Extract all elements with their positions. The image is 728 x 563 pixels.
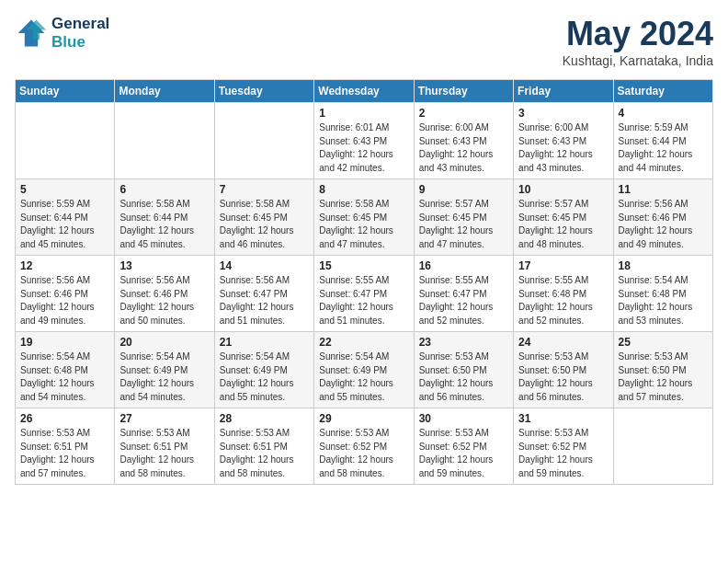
day-info: Sunrise: 5:56 AM Sunset: 6:47 PM Dayligh… — [220, 274, 309, 327]
day-info: Sunrise: 5:53 AM Sunset: 6:52 PM Dayligh… — [319, 427, 408, 480]
day-number: 20 — [119, 336, 209, 349]
logo-text: General Blue — [51, 15, 109, 52]
day-info: Sunrise: 5:58 AM Sunset: 6:45 PM Dayligh… — [220, 198, 309, 251]
day-info: Sunrise: 5:53 AM Sunset: 6:50 PM Dayligh… — [518, 350, 608, 404]
calendar-day-cell: 12Sunrise: 5:56 AM Sunset: 6:46 PM Dayli… — [16, 256, 115, 332]
calendar-day-cell: 5Sunrise: 5:59 AM Sunset: 6:44 PM Daylig… — [16, 179, 115, 256]
title-block: May 2024 Kushtagi, Karnataka, India — [563, 15, 713, 68]
calendar-day-cell — [115, 103, 214, 179]
calendar-day-cell: 24Sunrise: 5:53 AM Sunset: 6:50 PM Dayli… — [514, 332, 613, 408]
weekday-header: Tuesday — [214, 80, 313, 103]
day-number: 26 — [20, 412, 109, 425]
day-info: Sunrise: 5:54 AM Sunset: 6:49 PM Dayligh… — [319, 350, 408, 404]
calendar-day-cell: 28Sunrise: 5:53 AM Sunset: 6:51 PM Dayli… — [214, 408, 313, 485]
day-info: Sunrise: 5:58 AM Sunset: 6:44 PM Dayligh… — [119, 198, 209, 251]
day-info: Sunrise: 5:53 AM Sunset: 6:50 PM Dayligh… — [619, 350, 708, 404]
day-info: Sunrise: 5:56 AM Sunset: 6:46 PM Dayligh… — [619, 198, 708, 251]
day-info: Sunrise: 5:53 AM Sunset: 6:51 PM Dayligh… — [20, 427, 109, 480]
calendar-day-cell: 8Sunrise: 5:58 AM Sunset: 6:45 PM Daylig… — [314, 179, 414, 256]
day-number: 13 — [119, 259, 209, 272]
day-number: 7 — [220, 183, 309, 196]
calendar-day-cell: 4Sunrise: 5:59 AM Sunset: 6:44 PM Daylig… — [613, 103, 712, 179]
calendar-week-row: 19Sunrise: 5:54 AM Sunset: 6:48 PM Dayli… — [16, 332, 713, 408]
calendar-week-row: 12Sunrise: 5:56 AM Sunset: 6:46 PM Dayli… — [16, 256, 713, 332]
day-number: 27 — [119, 412, 209, 425]
day-info: Sunrise: 5:53 AM Sunset: 6:51 PM Dayligh… — [119, 427, 209, 480]
day-info: Sunrise: 5:53 AM Sunset: 6:52 PM Dayligh… — [419, 427, 508, 480]
calendar-day-cell — [16, 103, 115, 179]
svg-marker-0 — [18, 20, 45, 47]
day-number: 21 — [220, 336, 309, 349]
day-number: 28 — [220, 412, 309, 425]
calendar-day-cell: 22Sunrise: 5:54 AM Sunset: 6:49 PM Dayli… — [314, 332, 414, 408]
calendar-day-cell: 14Sunrise: 5:56 AM Sunset: 6:47 PM Dayli… — [214, 256, 313, 332]
calendar-day-cell: 20Sunrise: 5:54 AM Sunset: 6:49 PM Dayli… — [115, 332, 214, 408]
day-number: 16 — [419, 259, 508, 272]
day-number: 4 — [619, 107, 708, 120]
day-info: Sunrise: 5:57 AM Sunset: 6:45 PM Dayligh… — [518, 198, 608, 251]
calendar-day-cell: 7Sunrise: 5:58 AM Sunset: 6:45 PM Daylig… — [214, 179, 313, 256]
day-info: Sunrise: 5:53 AM Sunset: 6:50 PM Dayligh… — [419, 350, 508, 404]
weekday-header: Monday — [115, 80, 214, 103]
day-number: 5 — [20, 183, 109, 196]
calendar-week-row: 5Sunrise: 5:59 AM Sunset: 6:44 PM Daylig… — [16, 179, 713, 256]
day-number: 19 — [20, 336, 109, 349]
calendar-day-cell: 1Sunrise: 6:01 AM Sunset: 6:43 PM Daylig… — [314, 103, 414, 179]
day-number: 23 — [419, 336, 508, 349]
day-info: Sunrise: 5:57 AM Sunset: 6:45 PM Dayligh… — [419, 198, 508, 251]
day-number: 31 — [518, 412, 608, 425]
calendar-day-cell: 29Sunrise: 5:53 AM Sunset: 6:52 PM Dayli… — [314, 408, 414, 485]
day-info: Sunrise: 5:54 AM Sunset: 6:48 PM Dayligh… — [619, 274, 708, 327]
day-number: 17 — [518, 259, 608, 272]
day-info: Sunrise: 5:55 AM Sunset: 6:48 PM Dayligh… — [518, 274, 608, 327]
day-number: 22 — [319, 336, 408, 349]
calendar-day-cell: 30Sunrise: 5:53 AM Sunset: 6:52 PM Dayli… — [414, 408, 513, 485]
calendar-day-cell: 26Sunrise: 5:53 AM Sunset: 6:51 PM Dayli… — [16, 408, 115, 485]
weekday-header: Thursday — [414, 80, 513, 103]
calendar-day-cell: 21Sunrise: 5:54 AM Sunset: 6:49 PM Dayli… — [214, 332, 313, 408]
calendar-day-cell: 19Sunrise: 5:54 AM Sunset: 6:48 PM Dayli… — [16, 332, 115, 408]
logo: General Blue — [15, 15, 109, 52]
day-number: 9 — [419, 183, 508, 196]
day-info: Sunrise: 5:54 AM Sunset: 6:49 PM Dayligh… — [119, 350, 209, 404]
day-number: 29 — [319, 412, 408, 425]
day-number: 25 — [619, 336, 708, 349]
calendar-day-cell: 10Sunrise: 5:57 AM Sunset: 6:45 PM Dayli… — [514, 179, 613, 256]
day-info: Sunrise: 5:53 AM Sunset: 6:51 PM Dayligh… — [220, 427, 309, 480]
day-number: 1 — [319, 107, 408, 120]
calendar-day-cell: 3Sunrise: 6:00 AM Sunset: 6:43 PM Daylig… — [514, 103, 613, 179]
calendar-day-cell: 9Sunrise: 5:57 AM Sunset: 6:45 PM Daylig… — [414, 179, 513, 256]
day-info: Sunrise: 5:59 AM Sunset: 6:44 PM Dayligh… — [20, 198, 109, 251]
calendar-day-cell: 16Sunrise: 5:55 AM Sunset: 6:47 PM Dayli… — [414, 256, 513, 332]
weekday-header: Sunday — [16, 80, 115, 103]
location: Kushtagi, Karnataka, India — [563, 53, 713, 68]
month-title: May 2024 — [563, 15, 713, 53]
calendar-day-cell: 27Sunrise: 5:53 AM Sunset: 6:51 PM Dayli… — [115, 408, 214, 485]
calendar-week-row: 26Sunrise: 5:53 AM Sunset: 6:51 PM Dayli… — [16, 408, 713, 485]
calendar-day-cell: 18Sunrise: 5:54 AM Sunset: 6:48 PM Dayli… — [613, 256, 712, 332]
calendar-day-cell: 17Sunrise: 5:55 AM Sunset: 6:48 PM Dayli… — [514, 256, 613, 332]
calendar-day-cell: 11Sunrise: 5:56 AM Sunset: 6:46 PM Dayli… — [613, 179, 712, 256]
day-info: Sunrise: 5:58 AM Sunset: 6:45 PM Dayligh… — [319, 198, 408, 251]
calendar-day-cell — [214, 103, 313, 179]
day-number: 3 — [518, 107, 608, 120]
day-info: Sunrise: 5:54 AM Sunset: 6:49 PM Dayligh… — [220, 350, 309, 404]
day-info: Sunrise: 5:54 AM Sunset: 6:48 PM Dayligh… — [20, 350, 109, 404]
day-number: 6 — [119, 183, 209, 196]
day-number: 18 — [619, 259, 708, 272]
day-number: 8 — [319, 183, 408, 196]
day-number: 10 — [518, 183, 608, 196]
day-number: 24 — [518, 336, 608, 349]
day-info: Sunrise: 6:01 AM Sunset: 6:43 PM Dayligh… — [319, 121, 408, 175]
weekday-header: Saturday — [613, 80, 712, 103]
weekday-header: Wednesday — [314, 80, 414, 103]
day-info: Sunrise: 5:55 AM Sunset: 6:47 PM Dayligh… — [319, 274, 408, 327]
day-info: Sunrise: 5:55 AM Sunset: 6:47 PM Dayligh… — [419, 274, 508, 327]
calendar-day-cell — [613, 408, 712, 485]
day-info: Sunrise: 6:00 AM Sunset: 6:43 PM Dayligh… — [419, 121, 508, 175]
logo-icon — [15, 17, 48, 50]
calendar-day-cell: 2Sunrise: 6:00 AM Sunset: 6:43 PM Daylig… — [414, 103, 513, 179]
day-number: 30 — [419, 412, 508, 425]
day-number: 12 — [20, 259, 109, 272]
day-info: Sunrise: 6:00 AM Sunset: 6:43 PM Dayligh… — [518, 121, 608, 175]
